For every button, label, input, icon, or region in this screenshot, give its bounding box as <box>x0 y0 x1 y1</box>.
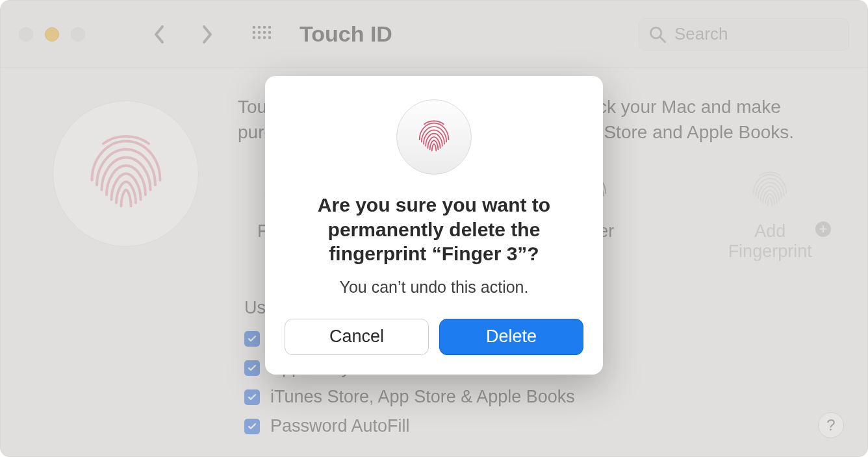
cancel-button[interactable]: Cancel <box>285 319 429 355</box>
dialog-subtitle: You can’t undo this action. <box>285 278 583 297</box>
fingerprint-icon <box>413 112 455 162</box>
preferences-window: Touch ID Search Touch ID lets you use yo… <box>0 0 868 457</box>
dialog-fingerprint-icon <box>396 99 472 175</box>
delete-button[interactable]: Delete <box>439 319 583 355</box>
delete-fingerprint-dialog: Are you sure you want to permanently del… <box>265 76 603 375</box>
dialog-title: Are you sure you want to permanently del… <box>291 193 577 266</box>
